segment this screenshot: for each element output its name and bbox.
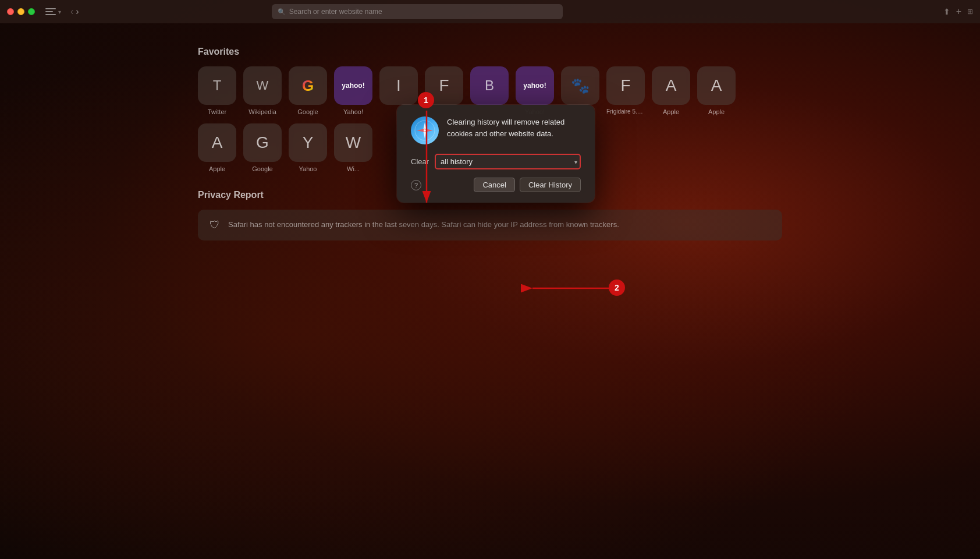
step1-badge: 1 xyxy=(418,92,434,108)
svg-point-3 xyxy=(424,129,426,132)
dialog-text-area: Clearing history will remove related coo… xyxy=(447,116,581,139)
dialog-clear-row: Clear all history today today and yester… xyxy=(411,154,581,169)
clear-history-dialog: Clearing history will remove related coo… xyxy=(397,105,595,203)
clear-label: Clear xyxy=(411,157,429,166)
compass-svg xyxy=(414,120,435,141)
dialog-content: Clearing history will remove related coo… xyxy=(411,116,581,144)
help-icon: ? xyxy=(414,182,418,189)
dialog-buttons: ? Cancel Clear History xyxy=(411,178,581,192)
cancel-button[interactable]: Cancel xyxy=(474,178,514,192)
safari-icon xyxy=(411,116,439,144)
history-select-wrapper[interactable]: all history today today and yesterday th… xyxy=(435,154,581,169)
help-button[interactable]: ? xyxy=(411,180,421,190)
dialog-overlay: Clearing history will remove related coo… xyxy=(0,0,980,559)
clear-history-button[interactable]: Clear History xyxy=(520,178,581,192)
dialog-message: Clearing history will remove related coo… xyxy=(447,116,581,139)
step2-badge: 2 xyxy=(609,280,625,296)
history-select[interactable]: all history today today and yesterday th… xyxy=(435,154,581,169)
